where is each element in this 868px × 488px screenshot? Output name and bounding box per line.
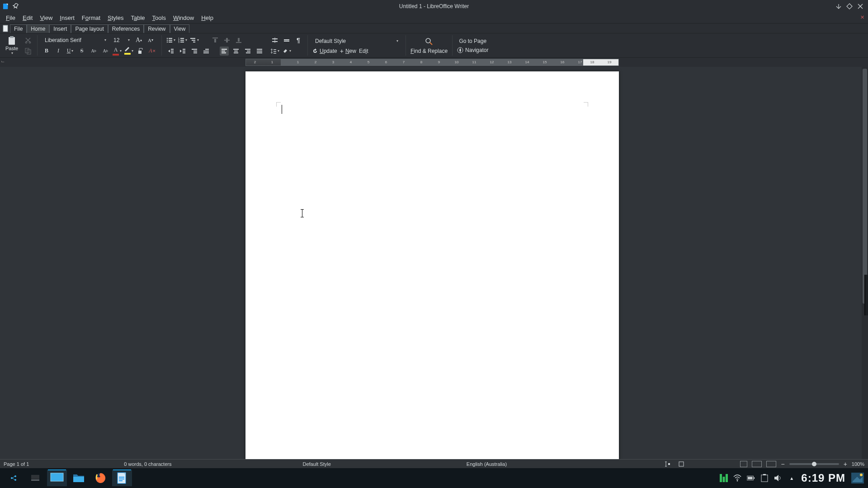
font-size-select[interactable]: 12 ▾ bbox=[112, 36, 132, 45]
close-document-button[interactable]: ✕ bbox=[860, 14, 864, 20]
start-menu-button[interactable] bbox=[4, 470, 24, 486]
show-desktop-button[interactable] bbox=[25, 470, 45, 486]
align-justify-button[interactable] bbox=[255, 47, 264, 56]
menu-help[interactable]: Help bbox=[198, 14, 217, 22]
formatting-marks-button[interactable]: ¶ bbox=[294, 36, 303, 45]
zoom-value[interactable]: 100% bbox=[852, 461, 864, 467]
vertical-scrollbar[interactable] bbox=[862, 67, 868, 459]
tab-file[interactable]: File bbox=[10, 24, 27, 33]
menu-edit[interactable]: Edit bbox=[19, 14, 36, 22]
menu-window[interactable]: Window bbox=[170, 14, 197, 22]
cut-button[interactable] bbox=[24, 36, 33, 45]
align-left-button[interactable] bbox=[220, 47, 229, 56]
tab-review[interactable]: Review bbox=[144, 24, 170, 33]
align-vcenter-button[interactable] bbox=[222, 36, 231, 45]
menu-styles[interactable]: Styles bbox=[104, 14, 127, 22]
taskbar-app-files[interactable] bbox=[69, 470, 89, 486]
superscript-button[interactable]: Ab bbox=[89, 47, 98, 56]
status-word-count[interactable]: 0 words, 0 characters bbox=[124, 461, 171, 467]
font-name-select[interactable]: Liberation Serif ▾ bbox=[42, 36, 109, 45]
multi-page-view-button[interactable] bbox=[752, 461, 762, 467]
selection-mode-indicator[interactable] bbox=[677, 460, 686, 469]
highlight-color-button[interactable]: ▾ bbox=[124, 47, 133, 56]
update-style-button[interactable]: Update bbox=[312, 48, 337, 54]
document-viewport[interactable] bbox=[0, 67, 868, 459]
tab-references[interactable]: References bbox=[108, 24, 144, 33]
strikethrough-button[interactable]: S bbox=[77, 47, 86, 56]
single-page-view-button[interactable] bbox=[740, 461, 747, 467]
paste-button[interactable]: Paste ▾ bbox=[3, 36, 21, 55]
decrease-spacing-button[interactable] bbox=[282, 36, 291, 45]
horizontal-ruler[interactable]: 18 19 2 1 1 2 3 4 5 6 7 8 9 10 11 12 13 … bbox=[245, 59, 619, 66]
subscript-button[interactable]: Ab bbox=[101, 47, 110, 56]
menu-view[interactable]: View bbox=[37, 14, 56, 22]
clipboard-tray-icon[interactable] bbox=[760, 474, 769, 482]
taskbar-app-desktop[interactable] bbox=[47, 470, 67, 486]
menu-file[interactable]: File bbox=[3, 14, 19, 22]
status-page-info[interactable]: Page 1 of 1 bbox=[4, 461, 29, 467]
clone-formatting-button[interactable] bbox=[136, 47, 145, 56]
taskbar-clock[interactable]: 6:19 PM bbox=[801, 472, 845, 484]
menu-tools[interactable]: Tools bbox=[149, 14, 169, 22]
volume-icon[interactable] bbox=[774, 474, 782, 482]
paragraph-style-select[interactable]: Default Style ▾ bbox=[312, 37, 401, 46]
decrease-indent-button[interactable] bbox=[166, 47, 175, 56]
taskbar-app-firefox[interactable] bbox=[90, 470, 110, 486]
shrink-font-button[interactable]: A▾ bbox=[146, 36, 155, 45]
battery-icon[interactable] bbox=[747, 474, 755, 482]
menu-table[interactable]: Table bbox=[127, 14, 148, 22]
taskbar-app-writer[interactable] bbox=[112, 470, 132, 486]
zoom-in-button[interactable]: + bbox=[844, 460, 847, 468]
status-language[interactable]: English (Australia) bbox=[467, 461, 507, 467]
menu-format[interactable]: Format bbox=[79, 14, 104, 22]
chevron-down-icon[interactable]: ▾ bbox=[396, 39, 398, 43]
pin-icon[interactable] bbox=[13, 3, 19, 9]
increase-indent-button[interactable] bbox=[178, 47, 187, 56]
edit-style-button[interactable]: Edit bbox=[359, 48, 368, 54]
hanging-indent-button[interactable] bbox=[190, 47, 199, 56]
italic-button[interactable]: I bbox=[54, 47, 63, 56]
tab-page-layout[interactable]: Page layout bbox=[71, 24, 108, 33]
zoom-slider[interactable] bbox=[789, 463, 839, 465]
tab-insert[interactable]: Insert bbox=[49, 24, 71, 33]
align-top-button[interactable] bbox=[211, 36, 220, 45]
notifications-icon[interactable] bbox=[851, 472, 864, 484]
document-page[interactable] bbox=[245, 71, 619, 459]
tab-view[interactable]: View bbox=[170, 24, 190, 33]
font-color-button[interactable]: A ▾ bbox=[113, 47, 122, 56]
tray-expand-icon[interactable]: ▲ bbox=[788, 474, 796, 482]
find-replace-icon[interactable] bbox=[420, 37, 438, 46]
book-view-button[interactable] bbox=[766, 461, 776, 467]
align-bottom-button[interactable] bbox=[234, 36, 243, 45]
sidebar-handle[interactable] bbox=[864, 275, 868, 315]
tab-home[interactable]: Home bbox=[27, 24, 49, 33]
grow-font-button[interactable]: A▴ bbox=[134, 36, 143, 45]
bold-button[interactable]: B bbox=[42, 47, 51, 56]
go-to-page-button[interactable]: Go to Page bbox=[459, 38, 486, 44]
align-right-button[interactable] bbox=[243, 47, 252, 56]
chevron-down-icon[interactable]: ▾ bbox=[11, 51, 13, 55]
status-page-style[interactable]: Default Style bbox=[302, 461, 330, 467]
underline-button[interactable]: U▾ bbox=[66, 47, 75, 56]
chevron-down-icon[interactable]: ▾ bbox=[104, 38, 106, 42]
align-center-button[interactable] bbox=[231, 47, 241, 56]
line-spacing-button[interactable]: ▾ bbox=[270, 47, 279, 56]
scrollbar-thumb[interactable] bbox=[863, 69, 867, 304]
clear-formatting-button[interactable]: A✕ bbox=[148, 47, 157, 56]
chevron-down-icon[interactable]: ▾ bbox=[128, 38, 130, 42]
zoom-out-button[interactable]: − bbox=[781, 460, 784, 468]
maximize-button[interactable] bbox=[846, 3, 853, 9]
increase-spacing-button[interactable] bbox=[270, 36, 279, 45]
minimize-button[interactable] bbox=[835, 3, 842, 9]
insert-mode-indicator[interactable] bbox=[663, 460, 672, 469]
first-line-indent-button[interactable] bbox=[202, 47, 211, 56]
menu-insert[interactable]: Insert bbox=[57, 14, 78, 22]
wifi-icon[interactable] bbox=[733, 474, 741, 482]
outline-list-button[interactable]: ▾ bbox=[190, 36, 199, 45]
navigator-button[interactable]: Navigator bbox=[457, 47, 488, 53]
zoom-slider-thumb[interactable] bbox=[812, 462, 816, 466]
background-color-button[interactable]: ▾ bbox=[282, 47, 291, 56]
copy-button[interactable] bbox=[24, 47, 33, 56]
new-style-button[interactable]: + New bbox=[340, 47, 356, 55]
manjaro-icon[interactable] bbox=[720, 474, 728, 482]
